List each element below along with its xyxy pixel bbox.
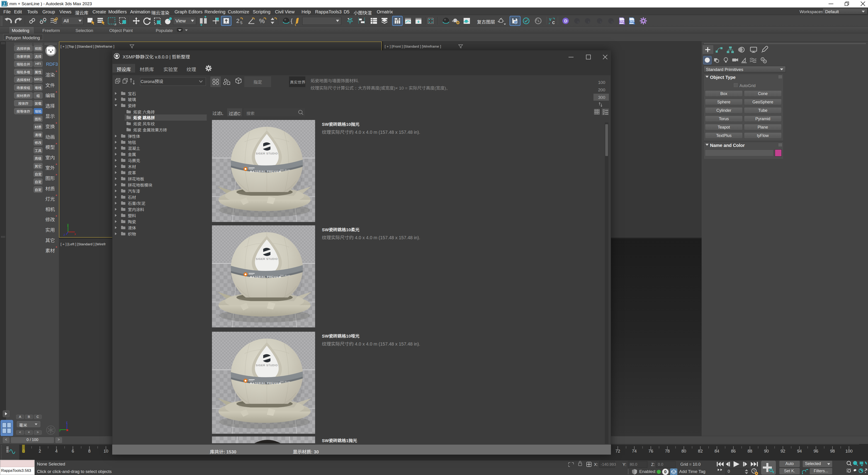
svg-text:y: y	[59, 428, 61, 432]
svg-text:D5A: D5A	[620, 21, 624, 23]
svg-text:74: 74	[632, 449, 637, 453]
svg-text:8: 8	[88, 449, 91, 453]
svg-text:88: 88	[747, 449, 752, 453]
svg-text:View: View	[176, 18, 186, 23]
svg-text:{: {	[290, 18, 293, 24]
svg-text:84: 84	[715, 449, 719, 453]
svg-text:MAX: MAX	[3, 5, 6, 6]
svg-text:72: 72	[616, 449, 620, 453]
svg-text:86: 86	[731, 449, 736, 453]
svg-text:96: 96	[814, 449, 818, 453]
svg-text:76: 76	[648, 449, 653, 453]
svg-text:90: 90	[764, 449, 769, 453]
svg-text:5: 5	[240, 21, 242, 25]
svg-text:78: 78	[665, 449, 670, 453]
svg-text:C: C	[552, 21, 555, 25]
svg-text:4: 4	[55, 449, 58, 453]
svg-text:10: 10	[103, 449, 108, 453]
svg-text:82: 82	[698, 449, 703, 453]
svg-text:80: 80	[681, 449, 686, 453]
svg-text:SKP: SKP	[630, 21, 634, 23]
svg-text:All: All	[63, 18, 69, 23]
svg-text:98: 98	[830, 449, 835, 453]
svg-text:V: V	[549, 18, 552, 22]
svg-text:z: z	[63, 233, 65, 236]
svg-text:%: %	[259, 18, 265, 25]
svg-text:6: 6	[72, 449, 74, 453]
svg-text:100: 100	[845, 449, 852, 453]
svg-text:92: 92	[780, 449, 785, 453]
svg-text:94: 94	[797, 449, 802, 453]
svg-text:x: x	[74, 232, 76, 236]
svg-text:2: 2	[236, 18, 239, 24]
svg-text:2: 2	[39, 449, 41, 453]
svg-text:y: y	[67, 223, 69, 226]
svg-text:z: z	[66, 421, 67, 424]
svg-text:D: D	[564, 19, 567, 23]
